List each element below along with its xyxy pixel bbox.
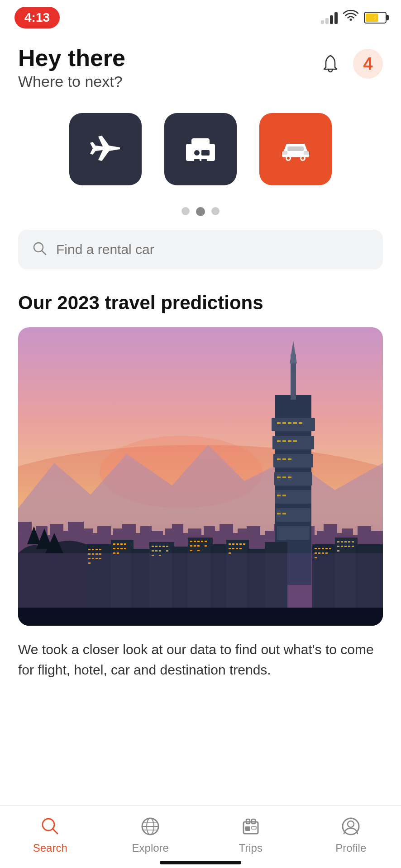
svg-rect-149 bbox=[239, 543, 242, 545]
svg-rect-139 bbox=[205, 541, 207, 542]
svg-rect-153 bbox=[239, 548, 242, 549]
svg-rect-151 bbox=[229, 548, 231, 549]
svg-rect-83 bbox=[288, 476, 291, 478]
svg-rect-77 bbox=[293, 440, 297, 442]
svg-rect-155 bbox=[236, 548, 238, 549]
svg-rect-75 bbox=[282, 440, 286, 442]
notification-count-badge[interactable]: 4 bbox=[353, 49, 383, 79]
home-indicator bbox=[160, 861, 241, 864]
svg-rect-73 bbox=[299, 422, 302, 424]
explore-nav-icon bbox=[138, 815, 162, 838]
status-icons: ⚡ bbox=[321, 10, 387, 26]
svg-rect-114 bbox=[113, 543, 115, 545]
svg-rect-60 bbox=[272, 418, 315, 431]
city-image bbox=[18, 327, 383, 626]
svg-rect-119 bbox=[117, 548, 119, 549]
svg-rect-117 bbox=[124, 543, 126, 545]
svg-rect-178 bbox=[18, 608, 383, 626]
hotels-button[interactable] bbox=[164, 113, 237, 185]
nav-profile[interactable]: Profile bbox=[324, 815, 378, 854]
svg-rect-136 bbox=[194, 541, 196, 542]
svg-rect-160 bbox=[329, 548, 331, 549]
svg-rect-137 bbox=[197, 541, 200, 542]
svg-rect-144 bbox=[190, 550, 192, 551]
explore-nav-label: Explore bbox=[132, 842, 169, 854]
svg-rect-156 bbox=[315, 548, 317, 549]
search-nav-icon bbox=[38, 815, 62, 838]
predictions-section: Our 2023 travel predictions bbox=[0, 283, 401, 761]
svg-rect-79 bbox=[282, 458, 286, 460]
svg-rect-82 bbox=[282, 476, 286, 478]
search-section bbox=[0, 225, 401, 283]
svg-rect-127 bbox=[162, 546, 165, 547]
svg-rect-104 bbox=[99, 549, 101, 550]
wifi-icon bbox=[343, 10, 358, 26]
svg-point-9 bbox=[301, 157, 304, 160]
search-input[interactable] bbox=[56, 242, 369, 257]
svg-rect-134 bbox=[166, 550, 168, 552]
category-row bbox=[18, 113, 383, 185]
dot-2 bbox=[196, 207, 205, 216]
svg-rect-78 bbox=[277, 458, 281, 460]
svg-rect-124 bbox=[152, 546, 154, 547]
svg-rect-76 bbox=[288, 440, 291, 442]
header: Hey there Where to next? 4 bbox=[0, 32, 401, 99]
svg-rect-175 bbox=[337, 550, 339, 552]
trips-nav-label: Trips bbox=[239, 842, 263, 854]
svg-rect-101 bbox=[88, 549, 91, 550]
svg-rect-172 bbox=[341, 546, 343, 547]
svg-rect-130 bbox=[155, 550, 158, 552]
search-bar[interactable] bbox=[18, 230, 383, 269]
svg-rect-131 bbox=[159, 550, 161, 552]
svg-rect-129 bbox=[152, 550, 154, 552]
flights-button[interactable] bbox=[69, 113, 142, 185]
svg-rect-171 bbox=[337, 546, 339, 547]
svg-point-188 bbox=[348, 821, 354, 827]
svg-rect-2 bbox=[201, 150, 210, 156]
svg-rect-141 bbox=[194, 545, 196, 547]
nav-explore[interactable]: Explore bbox=[123, 815, 177, 854]
svg-rect-128 bbox=[166, 546, 168, 547]
svg-rect-142 bbox=[197, 545, 200, 547]
search-icon bbox=[32, 241, 48, 259]
svg-point-13 bbox=[34, 243, 43, 252]
svg-rect-66 bbox=[277, 526, 310, 540]
svg-rect-87 bbox=[282, 513, 286, 514]
svg-rect-146 bbox=[229, 543, 231, 545]
nav-search[interactable]: Search bbox=[23, 815, 77, 854]
svg-rect-12 bbox=[304, 151, 310, 155]
svg-rect-150 bbox=[243, 543, 245, 545]
svg-rect-81 bbox=[277, 476, 281, 478]
svg-rect-135 bbox=[190, 541, 192, 542]
svg-rect-62 bbox=[273, 454, 313, 467]
svg-rect-170 bbox=[352, 541, 354, 542]
svg-rect-84 bbox=[277, 495, 281, 496]
cars-button[interactable] bbox=[259, 113, 332, 185]
nav-trips[interactable]: Trips bbox=[224, 815, 278, 854]
svg-rect-64 bbox=[275, 490, 311, 504]
predictions-description: We took a closer look at our data to fin… bbox=[18, 639, 383, 761]
notification-bell-button[interactable] bbox=[317, 50, 344, 77]
svg-rect-176 bbox=[348, 546, 350, 547]
status-time: 4:13 bbox=[14, 7, 60, 28]
svg-rect-174 bbox=[352, 546, 354, 547]
svg-rect-123 bbox=[124, 548, 126, 549]
svg-rect-120 bbox=[120, 548, 123, 549]
svg-rect-115 bbox=[117, 543, 119, 545]
svg-rect-86 bbox=[277, 513, 281, 514]
svg-rect-4 bbox=[201, 159, 207, 162]
svg-rect-186 bbox=[252, 826, 256, 829]
svg-rect-103 bbox=[95, 549, 98, 550]
svg-rect-157 bbox=[318, 548, 320, 549]
battery-icon: ⚡ bbox=[364, 12, 387, 24]
svg-rect-166 bbox=[337, 541, 339, 542]
svg-rect-65 bbox=[276, 508, 310, 522]
signal-bars bbox=[321, 11, 338, 24]
svg-rect-158 bbox=[322, 548, 324, 549]
dot-3 bbox=[211, 207, 220, 215]
svg-rect-185 bbox=[245, 826, 250, 831]
svg-rect-80 bbox=[288, 458, 291, 460]
svg-rect-173 bbox=[344, 546, 347, 547]
svg-rect-168 bbox=[344, 541, 347, 542]
svg-rect-3 bbox=[194, 159, 200, 162]
